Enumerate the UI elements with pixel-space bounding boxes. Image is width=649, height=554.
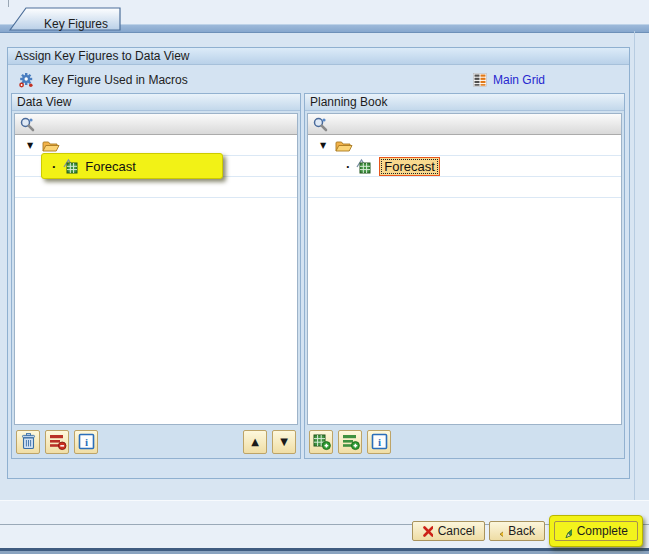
search-icon[interactable]: [312, 116, 329, 132]
tree-root-row[interactable]: ▼: [308, 135, 621, 156]
tree-item-row: · Forecast: [15, 156, 297, 177]
add-key-figure-button[interactable]: [309, 430, 333, 454]
planning-book-panel: Planning Book ▼ ·: [304, 93, 625, 459]
tree-item-forecast[interactable]: Forecast: [85, 159, 136, 174]
delete-button[interactable]: [16, 430, 40, 454]
info-icon: i: [370, 432, 389, 451]
remove-key-figure-button[interactable]: [45, 430, 69, 454]
back-button[interactable]: Back: [489, 521, 545, 541]
red-x-icon: [422, 525, 433, 538]
key-figure-icon: [355, 158, 372, 174]
main-grid-link[interactable]: Main Grid: [473, 72, 545, 88]
highlight-annotation: Complete: [549, 515, 643, 547]
open-folder-icon: [335, 139, 353, 152]
assign-key-figures-groupbox: Assign Key Figures to Data View Key Figu…: [7, 47, 630, 479]
back-label: Back: [508, 524, 535, 538]
complete-button[interactable]: Complete: [554, 521, 638, 541]
tree-row-empty: [308, 177, 621, 198]
trash-icon: [19, 432, 38, 451]
bullet: ·: [52, 159, 56, 174]
main-grid-label: Main Grid: [493, 73, 545, 87]
wand-icon: [564, 523, 572, 539]
macros-row: Key Figure Used in Macros: [18, 71, 188, 89]
tab-key-figures[interactable]: Key Figures: [8, 6, 124, 31]
add-key-figure-icon: [312, 432, 331, 451]
down-arrow-icon: ▼: [280, 436, 288, 447]
tree-toolbar: [308, 114, 621, 135]
groupbox-title: Assign Key Figures to Data View: [8, 48, 629, 65]
remove-rows-icon: [48, 432, 67, 451]
move-up-button[interactable]: ▲: [243, 430, 267, 454]
add-rows-icon: [341, 432, 360, 451]
search-icon[interactable]: [19, 116, 36, 132]
svg-text:i: i: [84, 436, 87, 448]
macros-label: Key Figure Used in Macros: [43, 73, 188, 87]
tree-item-forecast-selected[interactable]: Forecast: [379, 157, 440, 176]
tree-toolbar: [15, 114, 297, 135]
add-rows-button[interactable]: [338, 430, 362, 454]
data-view-tree: ▼ ·: [14, 113, 298, 425]
planning-book-caption: Planning Book: [305, 94, 624, 111]
expand-caret-icon[interactable]: ▼: [320, 141, 326, 150]
tab-label: Key Figures: [44, 17, 108, 31]
tree-item-row: · Forecast: [308, 156, 621, 177]
gear-icon: [18, 72, 35, 88]
complete-label: Complete: [577, 524, 628, 538]
key-figure-icon: [62, 158, 79, 174]
svg-text:i: i: [377, 436, 380, 448]
move-down-button[interactable]: ▼: [272, 430, 296, 454]
info-icon: i: [77, 432, 96, 451]
tree-row-empty: [15, 177, 297, 198]
data-view-caption: Data View: [12, 94, 300, 111]
data-view-toolbar: i ▲ ▼: [16, 428, 296, 455]
cancel-label: Cancel: [438, 524, 475, 538]
right-divider: [634, 31, 635, 500]
cancel-button[interactable]: Cancel: [412, 521, 485, 541]
bullet: ·: [346, 159, 350, 174]
planning-book-toolbar: i: [309, 428, 620, 455]
back-arrow-icon: [499, 523, 503, 539]
info-button[interactable]: i: [74, 430, 98, 454]
grid-icon: [473, 73, 487, 87]
planning-book-tree: ▼ · Forecast: [307, 113, 622, 425]
open-folder-icon: [42, 139, 60, 152]
data-view-panel: Data View ▼ ·: [11, 93, 301, 459]
expand-caret-icon[interactable]: ▼: [27, 141, 33, 150]
highlight-annotation: · Forecast: [41, 153, 223, 179]
info-button[interactable]: i: [367, 430, 391, 454]
up-arrow-icon: ▲: [251, 436, 259, 447]
